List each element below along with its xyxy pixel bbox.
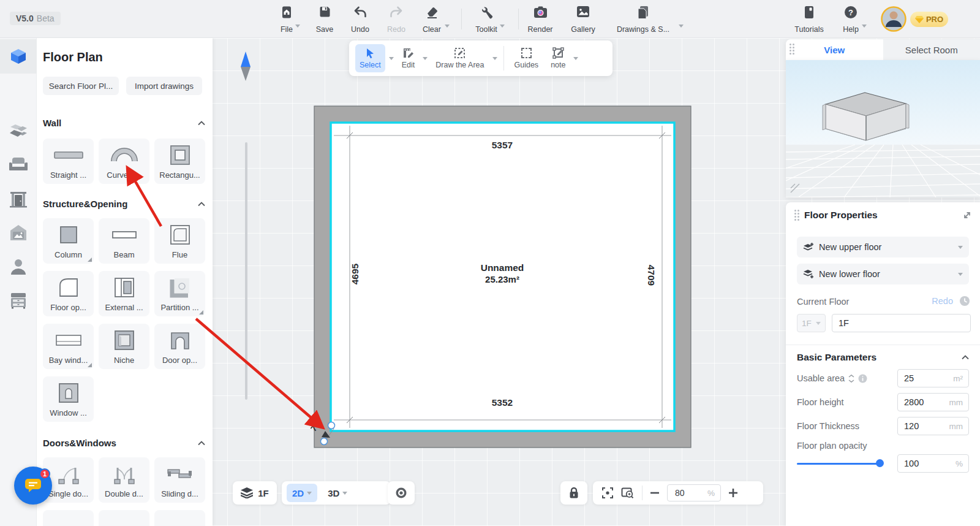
note-tool[interactable]: note — [546, 44, 570, 72]
pro-badge[interactable]: PRO — [910, 12, 948, 27]
library-item-sliding-door[interactable]: Sliding d... — [154, 457, 205, 503]
mode-3d-button[interactable]: 3D — [322, 484, 353, 502]
library-item-external-window[interactable]: External ... — [99, 271, 149, 316]
render-button[interactable]: Render — [521, 6, 559, 34]
rail-item-ai-design[interactable] — [0, 216, 37, 250]
help-caret[interactable] — [862, 25, 867, 28]
panel-drag-handle[interactable] — [794, 210, 799, 221]
redo-button[interactable]: Redo — [377, 6, 415, 34]
library-item-curved-wall[interactable]: Curved ... — [99, 139, 149, 184]
zoom-level-field[interactable]: % — [667, 484, 721, 501]
new-upper-floor-button[interactable]: New upper floor — [797, 237, 969, 257]
library-item-double-door[interactable]: Double d... — [99, 457, 149, 503]
mode-2d-button[interactable]: 2D — [287, 484, 317, 502]
toolkit-caret[interactable] — [500, 25, 505, 28]
basic-parameters-header[interactable]: Basic Parameters — [797, 352, 969, 363]
library-item-floor-opening[interactable]: Floor op... — [43, 271, 94, 316]
expand-icon[interactable] — [963, 211, 971, 219]
select-tool[interactable]: Select — [355, 44, 385, 72]
clear-caret[interactable] — [445, 25, 450, 28]
redo-link[interactable]: Redo — [932, 296, 953, 306]
edit-caret[interactable] — [423, 57, 428, 60]
floor-thickness-input[interactable] — [898, 421, 937, 431]
rail-item-custom-furniture[interactable] — [0, 283, 37, 318]
panel-scrollbar[interactable] — [245, 142, 247, 400]
library-item-partial[interactable] — [154, 510, 205, 526]
file-caret[interactable] — [295, 25, 300, 28]
floor-height-field[interactable]: mm — [897, 393, 969, 411]
info-icon[interactable] — [858, 374, 867, 383]
search-floorplan-button[interactable]: Search Floor Pl... — [43, 77, 119, 95]
tutorials-button[interactable]: Tutorials — [790, 6, 828, 34]
usable-area-input[interactable] — [898, 373, 937, 383]
drawings-caret[interactable] — [679, 25, 684, 28]
library-item-door-opening[interactable]: Door op... — [154, 324, 205, 369]
select-caret[interactable] — [389, 57, 394, 60]
zoom-out-icon[interactable] — [650, 488, 660, 498]
library-item-rectangular-wall[interactable]: Rectangu... — [154, 139, 205, 184]
floor-name-field[interactable] — [832, 314, 971, 332]
zoom-region-icon[interactable] — [621, 487, 635, 499]
gallery-button[interactable]: Gallery — [564, 6, 602, 34]
floor-select[interactable]: 1F — [797, 314, 826, 332]
corner-handle[interactable] — [328, 422, 335, 429]
view-3d-preview[interactable] — [786, 60, 980, 197]
support-chat-button[interactable]: 1 — [14, 467, 52, 505]
visibility-button[interactable] — [388, 481, 415, 505]
new-lower-floor-button[interactable]: New lower floor — [797, 264, 969, 284]
library-item-straight-wall[interactable]: Straight ... — [43, 139, 94, 184]
rail-item-templates[interactable] — [0, 114, 37, 148]
opacity-slider-thumb[interactable] — [876, 459, 884, 467]
library-item-partition[interactable]: Partition ... — [154, 271, 205, 316]
section-header-doors[interactable]: Doors&Windows — [43, 438, 205, 448]
swap-icon[interactable] — [848, 375, 854, 383]
toolkit-button[interactable]: Toolkit — [467, 6, 505, 34]
history-clock-icon[interactable] — [959, 295, 970, 307]
drawings-button[interactable]: Drawings & S... — [615, 6, 671, 34]
floor-height-input[interactable] — [898, 397, 937, 407]
lock-button[interactable] — [560, 481, 587, 505]
usable-area-field[interactable]: m² — [897, 369, 969, 387]
library-item-flue[interactable]: Flue — [154, 218, 205, 264]
import-drawings-button[interactable]: Import drawings — [126, 77, 202, 95]
guides-tool[interactable]: Guides — [510, 44, 543, 72]
rail-item-floorplan[interactable] — [0, 39, 37, 74]
floor-thickness-field[interactable]: mm — [897, 417, 969, 435]
opacity-field[interactable]: % — [897, 454, 969, 473]
draw-area-tool[interactable]: Draw the Area — [431, 44, 488, 72]
library-item-partial[interactable] — [43, 510, 94, 526]
library-item-bay-window[interactable]: Bay wind... — [43, 324, 94, 369]
panel-drag-handle[interactable] — [790, 44, 794, 55]
zoom-in-icon[interactable] — [728, 488, 738, 498]
library-item-partial[interactable] — [99, 510, 149, 526]
library-item-window-opening[interactable]: Window ... — [43, 376, 94, 422]
opacity-input[interactable] — [898, 459, 937, 468]
rail-item-account[interactable] — [0, 250, 37, 284]
floor-name-input[interactable] — [832, 318, 955, 328]
undo-button[interactable]: Undo — [341, 6, 379, 34]
clear-button[interactable]: Clear — [413, 6, 451, 34]
edit-tool[interactable]: Edit — [398, 44, 420, 72]
library-item-niche[interactable]: Niche — [99, 324, 149, 369]
tab-select-room[interactable]: Select Room — [883, 39, 980, 60]
draw-area-caret[interactable] — [492, 57, 497, 60]
lock-icon — [568, 487, 579, 499]
rail-item-furniture[interactable] — [0, 148, 37, 183]
section-header-wall[interactable]: Wall — [43, 118, 205, 128]
opacity-slider-track[interactable] — [797, 463, 880, 465]
help-button[interactable]: ? Help — [832, 6, 870, 34]
save-button[interactable]: Save — [306, 6, 344, 34]
library-item-column[interactable]: Column — [43, 218, 94, 264]
corner-handle[interactable] — [321, 438, 328, 445]
focus-icon[interactable] — [601, 487, 614, 499]
user-avatar[interactable] — [881, 6, 907, 32]
floor-switcher-button[interactable]: 1F — [233, 481, 277, 505]
section-header-structure[interactable]: Structure&Opening — [43, 199, 205, 209]
note-caret[interactable] — [573, 57, 578, 60]
file-button[interactable]: File — [268, 6, 306, 34]
rail-item-doors[interactable] — [0, 182, 37, 216]
tab-view[interactable]: View — [786, 39, 883, 60]
zoom-level-input[interactable] — [668, 488, 701, 498]
library-item-beam[interactable]: Beam — [99, 218, 149, 264]
room-name[interactable]: Unnamed — [481, 262, 524, 273]
